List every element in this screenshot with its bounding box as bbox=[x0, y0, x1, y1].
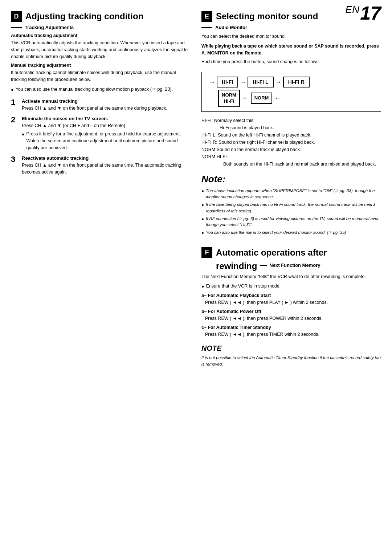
manual-bullet1-text: You can also use the manual tracking dur… bbox=[16, 86, 173, 93]
section-f-letter: F bbox=[201, 247, 212, 258]
norm2-box: NORM bbox=[251, 93, 273, 104]
desc-hifi-r: HI-FI R: Sound on the right Hi-Fi channe… bbox=[201, 139, 381, 146]
arrow-left-2: ← bbox=[274, 94, 281, 102]
auto-tracking-body: This VCR automatically adjusts the track… bbox=[11, 40, 191, 60]
bottom-left bbox=[11, 247, 191, 367]
step-2-content: Eliminate the noises on the TV screen. P… bbox=[22, 116, 191, 151]
manual-tracking-heading: Manual tracking adjustment bbox=[11, 63, 191, 68]
page: EN17 D Adjusting tracking condition Trac… bbox=[0, 0, 392, 554]
step-3-content: Reactivate automatic tracking Press CH ▲… bbox=[22, 155, 191, 176]
manual-bullet1: ● You can also use the manual tracking d… bbox=[11, 86, 191, 93]
note-section-e: Note: ● The above indication appears whe… bbox=[201, 174, 381, 236]
bullet-dot-1: ● bbox=[11, 86, 14, 93]
arrow-left-1: ← bbox=[242, 94, 249, 102]
norm-hifi-box: NORM HI-FI bbox=[218, 90, 240, 107]
section-f-title: Automatic operations after bbox=[216, 248, 327, 258]
section-f-intro: The Next Function Memory "tells" the VCR… bbox=[201, 273, 381, 280]
desc-hifi: HI-FI: Normally select this. bbox=[201, 117, 381, 124]
bullet-dot-2: ● bbox=[22, 131, 25, 151]
section-f-header: F Automatic operations after bbox=[201, 247, 381, 258]
step-3-number: 3 bbox=[11, 155, 18, 163]
sub-c-body: Press REW ( ◄◄ ), then press TIMER withi… bbox=[201, 331, 381, 338]
desc-norm: NORM:Sound on the normal track is played… bbox=[201, 146, 381, 153]
hifi-flow-top: → HI-FI → HI-FI L → HI-FI R bbox=[207, 77, 375, 87]
hifi-r-box: HI-FI R bbox=[283, 77, 310, 87]
step-2-title: Eliminate the noises on the TV screen. bbox=[22, 116, 191, 121]
bottom-note-section: NOTE It is not possible to select the Au… bbox=[201, 344, 381, 367]
section-e-title: Selecting monitor sound bbox=[216, 11, 318, 21]
step-2-body: Press CH ▲ and ▼ (or CH + and – on the R… bbox=[22, 122, 191, 129]
note-e-1: ● The above indication appears when "SUP… bbox=[201, 188, 381, 200]
hifi-box: HI-FI bbox=[217, 77, 238, 87]
section-f-ensure: ● Ensure that the VCR is in stop mode. bbox=[201, 283, 381, 290]
arrow-right-3: → bbox=[275, 78, 282, 86]
sub-a-body: Press REW ( ◄◄ ), then press PLAY ( ► ) … bbox=[201, 299, 381, 306]
bottom-note-title: NOTE bbox=[201, 344, 381, 353]
step-2-bullet1: ● Press it briefly for a fine adjustment… bbox=[22, 131, 191, 151]
manual-tracking-body: If automatic tracking cannot eliminate n… bbox=[11, 69, 191, 83]
arrow-right-2: → bbox=[240, 78, 246, 86]
section-e-bold-para: While playing back a tape on which stere… bbox=[201, 43, 381, 57]
step-2-number: 2 bbox=[11, 116, 18, 124]
step-3-body: Press CH ▲ and ▼ on the front panel at t… bbox=[22, 162, 191, 176]
section-d-letter: D bbox=[11, 11, 22, 22]
sub-b-heading: b– For Automatic Power Off bbox=[201, 309, 381, 314]
subsection-bar bbox=[11, 27, 22, 28]
hifi-l-box: HI-FI L bbox=[248, 77, 274, 87]
section-f: F Automatic operations after rewinding N… bbox=[201, 247, 381, 367]
section-e-each-time: Each time you press the button, sound ch… bbox=[201, 58, 381, 65]
rewinding-sub: Next Function Memory bbox=[260, 262, 320, 268]
sub-b-body: Press REW ( ◄◄ ), then press POWER withi… bbox=[201, 315, 381, 322]
page-number: EN17 bbox=[345, 4, 381, 23]
rewinding-sub-bar bbox=[260, 265, 267, 266]
note-e-4: ● You can also use the menu to select yo… bbox=[201, 229, 381, 236]
section-d-header: D Adjusting tracking condition bbox=[11, 11, 191, 22]
tracking-adjustments-label: Tracking Adjustments bbox=[25, 25, 74, 30]
section-d-subsection: Tracking Adjustments bbox=[11, 25, 191, 30]
section-f-rewinding-row: rewinding Next Function Memory bbox=[216, 261, 381, 271]
desc-hifi-l: HI-FI L: Sound on the left Hi-Fi channel… bbox=[201, 131, 381, 139]
section-d-title: Adjusting tracking condition bbox=[25, 11, 143, 21]
note-e-3: ● If RF connection (☞ pg. 6) is used for… bbox=[201, 216, 381, 228]
rewinding-label: rewinding bbox=[216, 261, 257, 271]
bottom-row: F Automatic operations after rewinding N… bbox=[11, 247, 381, 367]
sub-c-heading: c– For Automatic Timer Standby bbox=[201, 325, 381, 330]
audio-monitor-label: Audio Monitor bbox=[215, 25, 247, 30]
hifi-bottom-row: NORM HI-FI ← NORM ← bbox=[207, 90, 375, 107]
step-1-title: Activate manual tracking bbox=[22, 98, 191, 104]
step-1-content: Activate manual tracking Press CH ▲ and … bbox=[22, 98, 191, 112]
section-d: D Adjusting tracking condition Tracking … bbox=[11, 11, 191, 236]
note-e-2: ● If the tape being played back has no H… bbox=[201, 201, 381, 214]
step-2: 2 Eliminate the noises on the TV screen.… bbox=[11, 116, 191, 151]
step-2-bullet1-text: Press it briefly for a fine adjustment, … bbox=[26, 131, 191, 151]
audio-monitor-bar bbox=[201, 27, 212, 28]
hifi-diagram: → HI-FI → HI-FI L → HI-FI R NORM HI-FI ←… bbox=[201, 72, 381, 112]
arrow-right-1: → bbox=[209, 78, 215, 86]
section-e-intro: You can select the desired monitor sound… bbox=[201, 33, 381, 40]
norm-label: NORM bbox=[222, 92, 236, 98]
hifi-bottom-label: HI-FI bbox=[224, 98, 234, 104]
next-function-memory-label: Next Function Memory bbox=[269, 262, 320, 268]
step-1-body: Press CH ▲ and ▼ on the front panel at t… bbox=[22, 105, 191, 112]
step-3: 3 Reactivate automatic tracking Press CH… bbox=[11, 155, 191, 176]
auto-tracking-heading: Automatic tracking adjustment bbox=[11, 33, 191, 38]
col-right: E Selecting monitor sound Audio Monitor … bbox=[201, 11, 381, 236]
section-e-letter: E bbox=[201, 11, 212, 22]
note-title-e: Note: bbox=[201, 174, 381, 185]
en-prefix: EN bbox=[345, 4, 359, 15]
desc-hifi2: Hi-Fi sound is played back. bbox=[201, 124, 381, 131]
step-1-number: 1 bbox=[11, 98, 18, 106]
desc-norm-hifi: NORM HI-FI: bbox=[201, 153, 381, 160]
hifi-descriptions: HI-FI: Normally select this. Hi-Fi sound… bbox=[201, 117, 381, 168]
sub-a-heading: a– For Automatic Playback Start bbox=[201, 293, 381, 298]
bottom-note-text: It is not possible to select the Automat… bbox=[201, 355, 381, 367]
desc-norm-hifi2: Both sounds on the Hi-Fi track and norma… bbox=[201, 160, 381, 168]
section-e-subsection: Audio Monitor bbox=[201, 25, 381, 30]
step-3-title: Reactivate automatic tracking bbox=[22, 155, 191, 161]
step-1: 1 Activate manual tracking Press CH ▲ an… bbox=[11, 98, 191, 112]
